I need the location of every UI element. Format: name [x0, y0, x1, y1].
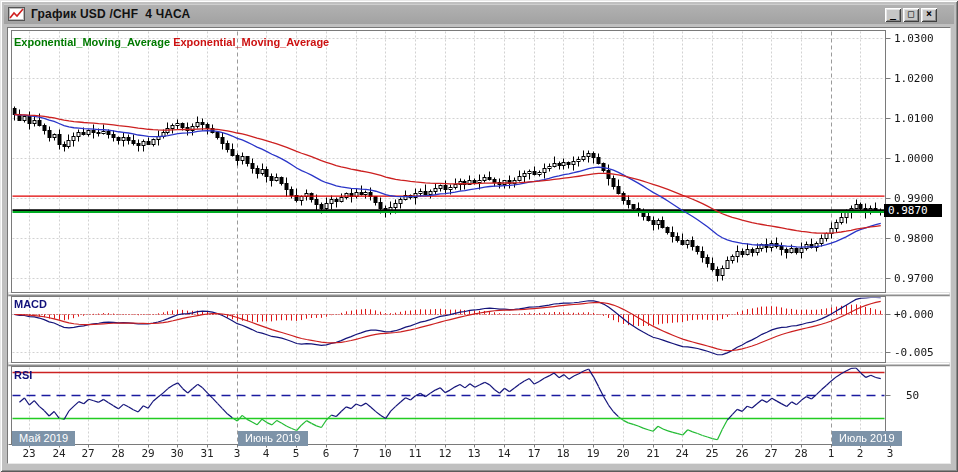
date-axis-label: 10: [378, 448, 391, 460]
date-axis-label: 29: [141, 448, 154, 460]
price-axis-label: 1.0300: [894, 33, 934, 45]
date-axis-label: 4: [263, 448, 270, 460]
window-controls: _ □ ×: [885, 8, 937, 22]
month-label: Июль 2019: [832, 431, 902, 446]
date-axis-label: 14: [497, 448, 510, 460]
date-axis-label: 12: [438, 448, 451, 460]
date-axis-label: 26: [735, 448, 748, 460]
date-axis-label: 18: [556, 448, 569, 460]
candlestick-chart-canvas[interactable]: [8, 28, 950, 463]
month-label: Май 2019: [12, 431, 75, 446]
date-axis-label: 28: [794, 448, 807, 460]
date-axis-label: 20: [616, 448, 629, 460]
date-axis-label: 21: [646, 448, 659, 460]
window-title: График USD /CHF 4 ЧАСА: [31, 7, 190, 21]
chart-window: График USD /CHF 4 ЧАСА _ □ × Exponential…: [0, 0, 958, 472]
price-axis-label: 1.0200: [894, 73, 934, 85]
date-axis-label: 23: [22, 448, 35, 460]
price-axis-label: 1.0000: [894, 153, 934, 165]
date-axis-label: 31: [200, 448, 213, 460]
date-axis-label: 5: [293, 448, 300, 460]
price-axis-label: 0.9800: [894, 233, 934, 245]
date-axis-label: 13: [467, 448, 480, 460]
macd-panel-label: MACD: [14, 298, 47, 310]
legend-ema-slow: Exponential_Moving_Average: [173, 36, 329, 48]
price-axis-label: 0.9900: [894, 193, 934, 205]
chart-window-icon: [8, 7, 25, 21]
date-axis-label: 27: [81, 448, 94, 460]
date-axis-label: 3: [234, 448, 241, 460]
date-axis-label: 27: [764, 448, 777, 460]
macd-axis-label: +0.000: [894, 309, 934, 321]
title-bar[interactable]: График USD /CHF 4 ЧАСА _ □ ×: [4, 4, 954, 24]
date-axis-label: 24: [52, 448, 65, 460]
rsi-panel-label: RSI: [14, 369, 32, 381]
minimize-button[interactable]: _: [885, 8, 901, 22]
month-label: Июнь 2019: [238, 431, 308, 446]
price-axis-label: 0.9700: [894, 273, 934, 285]
macd-axis-label: -0.005: [894, 347, 934, 359]
rsi-axis-label: 50: [906, 390, 919, 402]
date-axis-label: 1: [828, 448, 835, 460]
date-axis-label: 7: [353, 448, 360, 460]
date-axis-label: 11: [408, 448, 421, 460]
date-axis-label: 6: [323, 448, 330, 460]
close-button[interactable]: ×: [921, 8, 937, 22]
indicator-legend: Exponential_Moving_Average Exponential_M…: [14, 36, 329, 48]
maximize-button[interactable]: □: [903, 8, 919, 22]
date-axis-label: 19: [586, 448, 599, 460]
date-axis-label: 3: [887, 448, 894, 460]
chart-client-area: Exponential_Moving_Average Exponential_M…: [7, 27, 951, 464]
current-price-badge: 0.9870: [884, 204, 942, 217]
date-axis-label: 30: [170, 448, 183, 460]
date-axis-label: 17: [527, 448, 540, 460]
legend-ema-fast: Exponential_Moving_Average: [14, 36, 170, 48]
date-axis-label: 2: [857, 448, 864, 460]
date-axis-label: 25: [705, 448, 718, 460]
price-axis-label: 1.0100: [894, 113, 934, 125]
date-axis-label: 24: [675, 448, 688, 460]
date-axis-label: 28: [111, 448, 124, 460]
